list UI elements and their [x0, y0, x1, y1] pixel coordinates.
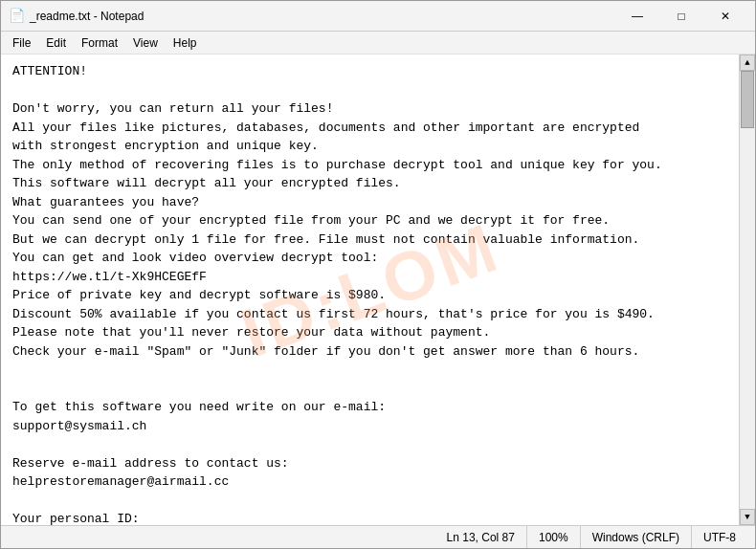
title-bar: 📄 _readme.txt - Notepad — □ ✕ [1, 1, 755, 32]
scroll-down-button[interactable]: ▼ [740, 509, 755, 525]
status-bar: Ln 13, Col 87 100% Windows (CRLF) UTF-8 [1, 525, 755, 548]
encoding-status: UTF-8 [692, 526, 747, 548]
menu-view[interactable]: View [125, 34, 166, 52]
app-icon: 📄 [9, 9, 24, 24]
line-col-status: Ln 13, Col 87 [435, 526, 527, 548]
menu-help[interactable]: Help [166, 34, 205, 52]
close-button[interactable]: ✕ [703, 1, 747, 32]
content-wrapper: ATTENTION! Don't worry, you can return a… [1, 55, 755, 525]
window-controls: — □ ✕ [615, 1, 747, 32]
line-ending-status: Windows (CRLF) [581, 526, 692, 548]
window-title: _readme.txt - Notepad [30, 10, 615, 23]
menu-bar: File Edit Format View Help [1, 32, 755, 55]
scrollbar: ▲ ▼ [739, 55, 755, 525]
zoom-status: 100% [527, 526, 581, 548]
maximize-button[interactable]: □ [659, 1, 703, 32]
scrollbar-thumb[interactable] [741, 71, 754, 128]
menu-format[interactable]: Format [74, 34, 125, 52]
minimize-button[interactable]: — [615, 1, 659, 32]
text-area[interactable]: ATTENTION! Don't worry, you can return a… [1, 55, 739, 525]
scrollbar-track[interactable] [740, 71, 755, 509]
menu-file[interactable]: File [5, 34, 38, 52]
notepad-window: 📄 _readme.txt - Notepad — □ ✕ File Edit … [0, 0, 756, 549]
scroll-up-button[interactable]: ▲ [740, 55, 755, 71]
menu-edit[interactable]: Edit [38, 34, 74, 52]
